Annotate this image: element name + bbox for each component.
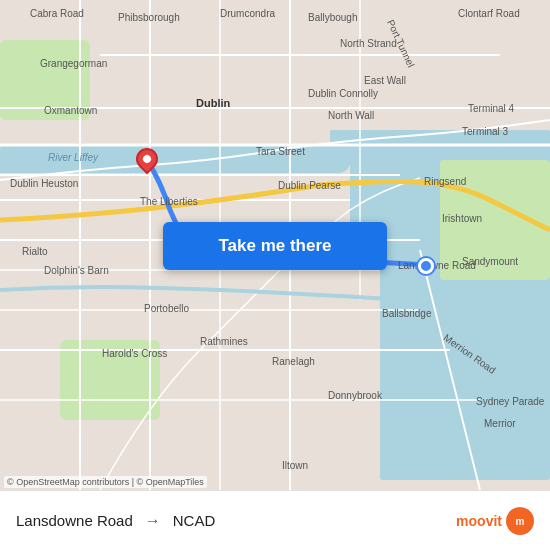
marker-body [131,143,162,174]
moovit-icon: m [506,507,534,535]
river-liffey [0,145,350,173]
label-north-wall: North Wall [328,110,374,121]
label-cabra-road: Cabra Road [30,8,84,19]
label-dublin: Dublin [196,97,230,109]
label-the-liberties: The Liberties [140,196,198,207]
bay-south [380,250,550,480]
label-terminal4: Terminal 4 [468,103,514,114]
map-attribution: © OpenStreetMap contributors | © OpenMap… [4,476,207,488]
park-ringsend [440,160,550,280]
label-rialto: Rialto [22,246,48,257]
label-rathmines: Rathmines [200,336,248,347]
destination-marker [136,148,158,178]
svg-text:m: m [516,516,525,527]
label-north-strand: North Strand [340,38,397,49]
label-iltown: Iltown [282,460,308,471]
moovit-text: moovit [456,513,502,529]
bottom-bar: Lansdowne Road → NCAD moovit m [0,490,550,550]
park-north-west [0,40,90,120]
label-phibsborough: Phibsborough [118,12,180,23]
park-harolds-cross [60,340,160,420]
origin-marker [418,258,434,274]
take-me-there-button[interactable]: Take me there [163,222,387,270]
label-ranelagh: Ranelagh [272,356,315,367]
label-drumcondra: Drumcondra [220,8,275,19]
label-ballybough: Ballybough [308,12,357,23]
label-east-wall: East Wall [364,75,406,86]
map-container: Cabra Road Phibsborough Drumcondra Bally… [0,0,550,490]
moovit-logo: moovit m [456,507,534,535]
arrow-icon: → [145,512,161,530]
label-dolphins-barn: Dolphin's Barn [44,265,109,276]
label-clontarf-road: Clontarf Road [458,8,520,19]
label-dublin-heuston: Dublin Heuston [10,178,78,189]
route-to: NCAD [173,512,216,529]
route-from: Lansdowne Road [16,512,133,529]
label-dublin-pearse: Dublin Pearse [278,180,341,191]
marker-dot [141,153,152,164]
label-dublin-connolly: Dublin Connolly [308,88,378,99]
label-port-tunnel: Port Tunnel [385,18,417,69]
label-donnybrook: Donnybrook [328,390,382,401]
label-portobello: Portobello [144,303,189,314]
